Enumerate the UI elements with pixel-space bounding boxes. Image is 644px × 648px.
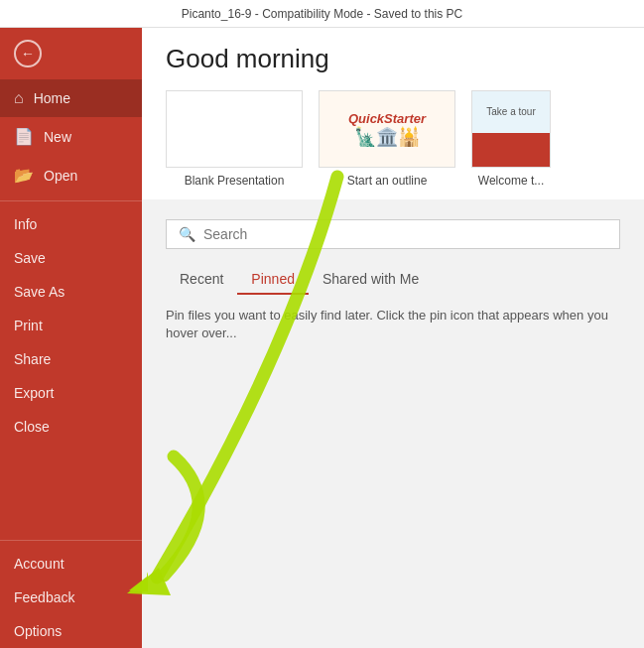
qs-brand-text: QuickStarter [348, 111, 426, 126]
search-icon: 🔍 [179, 226, 195, 242]
sidebar-item-close[interactable]: Close [0, 410, 142, 444]
sidebar-item-save-as[interactable]: Save As [0, 275, 142, 309]
content-body: 🔍 Recent Pinned Shared with Me Pin files… [142, 199, 644, 648]
sidebar-label-open: Open [44, 168, 77, 184]
sidebar-label-save: Save [14, 250, 46, 266]
open-icon: 📂 [14, 166, 34, 185]
tab-recent[interactable]: Recent [166, 265, 237, 295]
blank-label: Blank Presentation [185, 174, 285, 188]
sidebar-item-options[interactable]: Options [0, 614, 142, 648]
quickstarter-label: Start an outline [347, 174, 428, 188]
sidebar-label-feedback: Feedback [14, 589, 74, 605]
sidebar-label-print: Print [14, 318, 43, 333]
sidebar-label-new: New [44, 129, 71, 145]
title-bar: Picanto_16-9 - Compatibility Mode - Save… [0, 0, 644, 28]
tour-thumb: Take a tour [471, 90, 551, 168]
template-quickstarter[interactable]: QuickStarter 🗽🏛️🕌 Start an outline [319, 90, 455, 188]
sidebar-item-info[interactable]: Info [0, 207, 142, 241]
sidebar-label-export: Export [14, 385, 54, 401]
sidebar-item-export[interactable]: Export [0, 376, 142, 410]
sidebar-item-home[interactable]: ⌂ Home [0, 79, 142, 117]
sidebar-item-open[interactable]: 📂 Open [0, 156, 142, 194]
sidebar-label-options: Options [14, 623, 62, 639]
divider-1 [0, 200, 142, 201]
search-bar[interactable]: 🔍 [166, 219, 620, 249]
tab-pinned[interactable]: Pinned [237, 265, 309, 295]
tabs-row: Recent Pinned Shared with Me [166, 265, 620, 295]
sidebar-label-save-as: Save As [14, 284, 64, 300]
search-input[interactable] [203, 226, 607, 242]
sidebar-item-save[interactable]: Save [0, 241, 142, 275]
divider-2 [0, 540, 142, 541]
content-header: Good morning Blank Presentation QuickSta… [142, 28, 644, 199]
template-blank[interactable]: Blank Presentation [166, 90, 303, 188]
sidebar-item-print[interactable]: Print [0, 309, 142, 342]
blank-thumb [166, 90, 303, 168]
templates-row: Blank Presentation QuickStarter 🗽🏛️🕌 Sta… [166, 90, 620, 188]
sidebar: ← ⌂ Home 📄 New 📂 Open Info Save Save As … [0, 28, 142, 648]
sidebar-item-feedback[interactable]: Feedback [0, 581, 142, 614]
sidebar-item-new[interactable]: 📄 New [0, 117, 142, 156]
quickstarter-thumb: QuickStarter 🗽🏛️🕌 [319, 90, 455, 168]
new-icon: 📄 [14, 127, 34, 146]
sidebar-bottom: Account Feedback Options [0, 534, 142, 648]
pinned-message: Pin files you want to easily find later.… [166, 307, 620, 342]
tab-shared[interactable]: Shared with Me [309, 265, 433, 295]
sidebar-label-info: Info [14, 216, 37, 232]
home-icon: ⌂ [14, 89, 24, 107]
sidebar-label-share: Share [14, 351, 51, 367]
sidebar-label-account: Account [14, 556, 64, 572]
qs-icons: 🗽🏛️🕌 [354, 126, 420, 148]
main-content: Good morning Blank Presentation QuickSta… [142, 28, 644, 648]
template-tour[interactable]: Take a tour Welcome t... [471, 90, 551, 188]
sidebar-item-share[interactable]: Share [0, 342, 142, 376]
back-button[interactable]: ← [0, 28, 142, 79]
greeting-text: Good morning [166, 44, 620, 74]
tour-label: Welcome t... [478, 174, 544, 188]
sidebar-item-account[interactable]: Account [0, 547, 142, 581]
sidebar-label-close: Close [14, 419, 50, 435]
sidebar-label-home: Home [34, 90, 70, 106]
title-text: Picanto_16-9 - Compatibility Mode - Save… [182, 7, 462, 21]
back-circle-icon: ← [14, 40, 42, 67]
